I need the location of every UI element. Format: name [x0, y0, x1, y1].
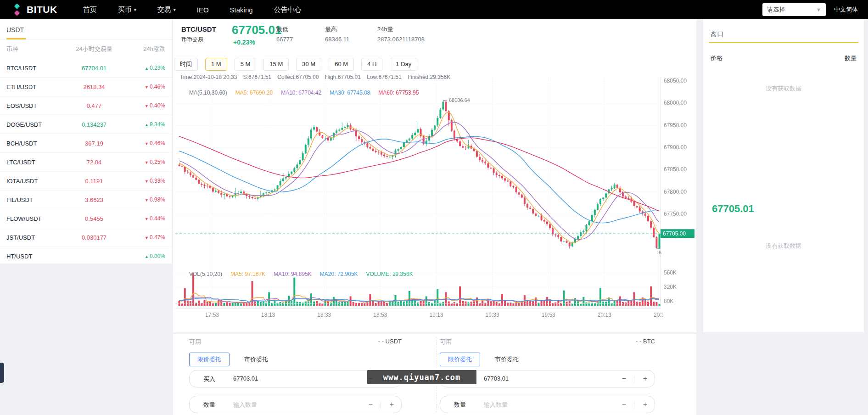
pair-volume: 72.04: [62, 159, 127, 166]
available-label: 可用: [440, 338, 452, 346]
high-label: 最高: [325, 25, 337, 34]
pair-symbol: JST/USDT: [6, 234, 62, 241]
currency-select-value: 请选择: [767, 6, 785, 14]
pair-change: ▲9.34%: [127, 121, 165, 128]
market-list-panel: USDT 币种 24小时交易量 24h涨跌 BTC/USDT67704.01▲0…: [0, 19, 172, 264]
input-label: 买入: [203, 375, 215, 383]
market-row-flow[interactable]: FLOW/USDT0.5455▼0.44%: [0, 209, 172, 228]
available-row: 可用- - BTC: [440, 338, 655, 346]
interval-4h[interactable]: 4 H: [361, 58, 382, 71]
pair-volume: 3.6623: [62, 196, 127, 203]
tab-active-underline: [6, 38, 26, 39]
pair-volume: 0.1191: [62, 178, 127, 185]
market-order-tab[interactable]: 市价委托: [495, 355, 519, 364]
currency-select[interactable]: 请选择 ▼: [762, 3, 826, 16]
chart-panel: BTC/USDT 币币交易 67705.01 +0.23% 最低 66777 最…: [173, 19, 696, 332]
brand-logo-icon[interactable]: [11, 4, 23, 16]
interval-1m[interactable]: 1 M: [205, 58, 227, 71]
tab-usdt[interactable]: USDT: [0, 19, 172, 39]
low-value: 66777: [276, 36, 293, 43]
market-row-jst[interactable]: JST/USDT0.030177▼0.47%: [0, 228, 172, 247]
arrow-down-icon: ▼: [145, 179, 149, 184]
decrement-button[interactable]: −: [369, 400, 373, 409]
pair-symbol: EOS/USDT: [6, 102, 62, 109]
limit-order-tab[interactable]: 限价委托: [189, 353, 230, 366]
brand-name[interactable]: BITUK: [27, 4, 57, 15]
top-nav: BITUK 首页买币▾交易▾IEOStaking公告中心 请选择 ▼ 中文简体: [0, 0, 868, 19]
nav-item-label: 交易: [157, 6, 171, 14]
pair-change: ▼0.44%: [127, 215, 165, 222]
market-row-ht[interactable]: HT/USDT▲0.00%: [0, 247, 172, 266]
increment-button[interactable]: +: [643, 374, 647, 383]
market-order-tab[interactable]: 市价委托: [244, 355, 268, 364]
interval-15m[interactable]: 15 M: [263, 58, 289, 71]
nav-item-4[interactable]: Staking: [230, 6, 253, 14]
interval-30m[interactable]: 30 M: [296, 58, 321, 71]
pair-symbol: HT/USDT: [6, 253, 62, 260]
legend-up: VOLUME: 29.356K: [366, 271, 413, 277]
market-row-btc[interactable]: BTC/USDT67704.01▲0.23%: [0, 59, 172, 78]
stepper-divider: [381, 401, 381, 409]
side-drawer-handle[interactable]: [0, 363, 4, 383]
arrow-up-icon: ▲: [145, 123, 149, 127]
pair-change-value: 0.44%: [150, 215, 165, 222]
legend-ma5: MA5: 97.167K: [230, 271, 265, 277]
market-row-doge[interactable]: DOGE/USDT0.134237▲9.34%: [0, 115, 172, 134]
pair-change: ▼0.40%: [127, 102, 165, 109]
market-row-eos[interactable]: EOS/USDT0.477▼0.40%: [0, 96, 172, 115]
orderbook-col-price: 价格: [711, 54, 722, 62]
interval-options: 1 M5 M15 M30 M60 M4 H1 Day: [205, 58, 417, 71]
pair-change-value: 0.46%: [150, 84, 165, 90]
nav-item-5[interactable]: 公告中心: [274, 6, 302, 14]
nav-item-3[interactable]: IEO: [197, 6, 209, 14]
trading-page: BITUK 首页买币▾交易▾IEOStaking公告中心 请选择 ▼ 中文简体 …: [0, 0, 868, 415]
market-row-iota[interactable]: IOTA/USDT0.1191▼0.33%: [0, 172, 172, 191]
interval-5m[interactable]: 5 M: [235, 58, 257, 71]
sell-amount-input[interactable]: 数量输入数量−+: [440, 396, 655, 413]
interval-1day[interactable]: 1 Day: [390, 58, 417, 71]
pair-change-value: 0.23%: [150, 65, 165, 71]
price-chart-canvas[interactable]: [175, 77, 696, 323]
language-switch[interactable]: 中文简体: [834, 6, 858, 14]
input-label: 数量: [203, 401, 215, 409]
nav-item-1[interactable]: 买币▾: [118, 6, 136, 14]
balance-value: - - USDT: [378, 338, 402, 346]
order-type-tabs: 限价委托市价委托: [440, 353, 519, 366]
price-change: +0.23%: [233, 39, 255, 46]
orderbook-title: 盘口: [711, 30, 723, 39]
chevron-down-icon: ▾: [174, 7, 176, 12]
nav-item-label: Staking: [230, 6, 253, 14]
pair-volume: 0.030177: [62, 234, 127, 241]
market-list: BTC/USDT67704.01▲0.23%ETH/USDT2618.34▼0.…: [0, 59, 172, 266]
available-row: 可用- - USDT: [189, 338, 402, 346]
main-menu: 首页买币▾交易▾IEOStaking公告中心: [83, 6, 302, 14]
interval-60m[interactable]: 60 M: [329, 58, 354, 71]
pair-volume: 0.134237: [62, 121, 127, 128]
pair-change: ▲0.00%: [127, 253, 165, 259]
pair-symbol: ETH/USDT: [6, 84, 62, 90]
pair-change: ▼0.47%: [127, 234, 165, 241]
nav-item-2[interactable]: 交易▾: [157, 6, 176, 14]
orderbook-columns: 价格 数量: [711, 54, 857, 62]
decrement-button[interactable]: −: [622, 400, 626, 409]
pair-change-value: 0.00%: [150, 253, 165, 259]
increment-button[interactable]: +: [390, 400, 394, 409]
pair-change: ▼0.46%: [127, 140, 165, 146]
market-row-bch[interactable]: BCH/USDT367.19▼0.46%: [0, 134, 172, 153]
limit-order-tab[interactable]: 限价委托: [440, 353, 480, 366]
decrement-button[interactable]: −: [622, 374, 626, 383]
pair-symbol: BTC/USDT: [6, 65, 62, 72]
pair-symbol: DOGE/USDT: [6, 121, 62, 128]
nav-item-0[interactable]: 首页: [83, 6, 97, 14]
buy-amount-input[interactable]: 数量输入数量−+: [189, 396, 402, 413]
orderbook-panel: 盘口 价格 数量 没有获取数据 67705.01 没有获取数据: [703, 19, 864, 332]
market-row-fil[interactable]: FIL/USDT3.6623▼0.98%: [0, 191, 172, 209]
pair-change: ▼0.46%: [127, 84, 165, 90]
input-value: 67703.01: [484, 375, 509, 382]
market-row-eth[interactable]: ETH/USDT2618.34▼0.46%: [0, 78, 172, 96]
pair-change-value: 0.40%: [150, 102, 165, 109]
nav-right: 请选择 ▼ 中文简体: [762, 3, 858, 16]
increment-button[interactable]: +: [643, 400, 647, 409]
pair-change: ▲0.23%: [127, 65, 165, 71]
market-row-ltc[interactable]: LTC/USDT72.04▼0.25%: [0, 153, 172, 172]
